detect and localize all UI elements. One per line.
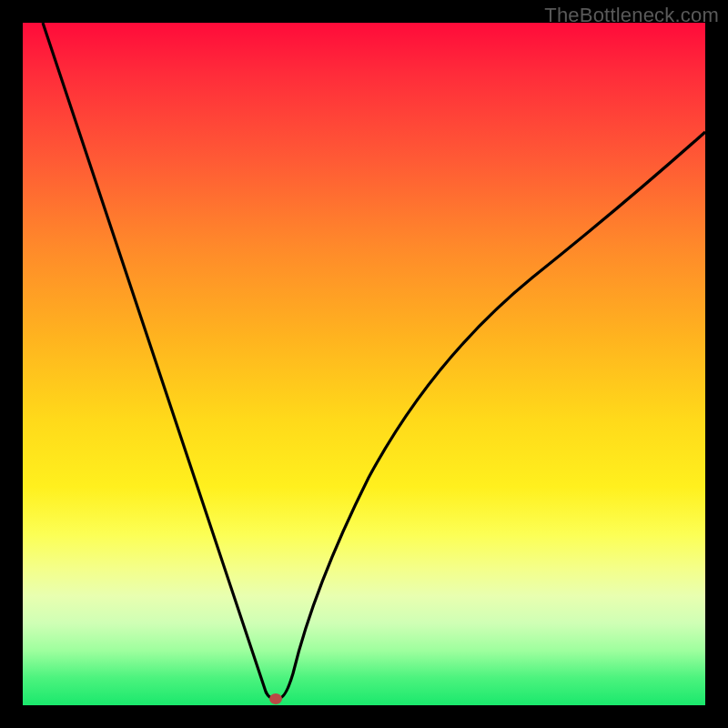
chart-container: TheBottleneck.com — [0, 0, 728, 728]
curve-svg — [23, 23, 705, 705]
minimum-marker — [269, 693, 282, 704]
bottleneck-curve — [43, 23, 705, 698]
plot-area — [23, 23, 705, 705]
